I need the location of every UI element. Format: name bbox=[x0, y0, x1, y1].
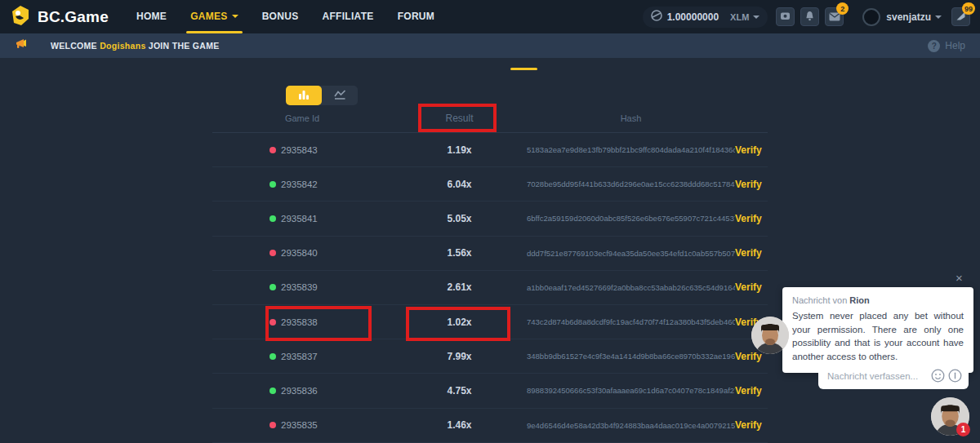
tab-bar-chart[interactable] bbox=[286, 86, 322, 105]
game-id-cell: 2935837 bbox=[212, 352, 392, 361]
megaphone-icon bbox=[15, 38, 29, 53]
chat-sender-avatar[interactable] bbox=[751, 317, 789, 354]
annotation-box-result-value bbox=[406, 307, 510, 341]
hash-value: 7028be95dd95f441b633d6d296e0ae15cc6238dd… bbox=[527, 179, 735, 188]
game-id-cell: 2935839 bbox=[212, 282, 392, 292]
verify-link[interactable]: Verify bbox=[735, 144, 768, 156]
green-status-dot-icon bbox=[270, 388, 276, 394]
game-id-cell: 2935836 bbox=[212, 386, 392, 396]
game-id-value: 2935836 bbox=[281, 386, 318, 396]
game-id-value: 2935839 bbox=[281, 282, 318, 292]
banner-text: WELCOME Dogishans JOIN THE GAME bbox=[51, 41, 220, 51]
verify-link[interactable]: Verify bbox=[735, 281, 768, 293]
vault-icon bbox=[780, 10, 791, 24]
nav-item-bonus[interactable]: BONUS bbox=[262, 0, 299, 33]
balance-display[interactable]: 1.00000000 XLM bbox=[643, 7, 768, 28]
game-id-value: 2935843 bbox=[281, 145, 318, 155]
chevron-down-icon bbox=[935, 16, 942, 19]
chat-message-input[interactable] bbox=[827, 371, 928, 381]
game-id-cell: 2935841 bbox=[212, 214, 392, 224]
verify-link[interactable]: Verify bbox=[735, 247, 768, 259]
trend-chart-icon bbox=[334, 88, 346, 103]
message-sender: Rion bbox=[849, 295, 869, 305]
banner-welcome: WELCOME bbox=[51, 41, 97, 51]
green-status-dot-icon bbox=[270, 284, 276, 290]
brand-name: BC.Game bbox=[38, 8, 109, 26]
game-id-value: 2935842 bbox=[281, 179, 318, 189]
result-value: 5.05x bbox=[392, 213, 527, 224]
hash-value: ddd7f521e87769103ecf94ea35da50ee354efd1c… bbox=[527, 249, 735, 258]
messages-button[interactable]: 2 bbox=[825, 7, 844, 26]
help-button[interactable]: ? Help bbox=[928, 40, 965, 52]
banner-join: JOIN THE GAME bbox=[149, 41, 220, 51]
chevron-down-icon bbox=[232, 15, 238, 18]
user-menu[interactable]: svenjatzu bbox=[862, 8, 942, 26]
verify-link[interactable]: Verify bbox=[735, 213, 768, 224]
banner-player-name: Dogishans bbox=[100, 41, 145, 51]
vault-button[interactable] bbox=[776, 7, 795, 26]
bar-chart-icon bbox=[298, 88, 310, 103]
emoji-icon[interactable] bbox=[931, 369, 945, 383]
nav-menu: HOMEGAMESBONUSAFFILIATEFORUM bbox=[136, 0, 458, 33]
result-value: 6.04x bbox=[392, 179, 527, 190]
green-status-dot-icon bbox=[270, 181, 276, 188]
hash-value: 6bffc2a59159d2060d0abc85f526e6be676e5590… bbox=[527, 214, 735, 223]
result-value: 7.99x bbox=[392, 351, 527, 362]
table-row: 29358377.99x348bb9db61527e4c9f3e4a1414d9… bbox=[212, 339, 768, 374]
result-value: 1.19x bbox=[392, 144, 527, 156]
game-id-value: 2935837 bbox=[281, 352, 318, 361]
tab-trend-chart[interactable] bbox=[322, 86, 358, 105]
green-status-dot-icon bbox=[270, 353, 276, 360]
table-row: 29358351.46x9e4d6546d4e58a42d3b4f924883b… bbox=[212, 409, 768, 443]
hash-value: a1bb0eaaf17ed4527669f2a0bba8cc53abab26c6… bbox=[527, 283, 735, 292]
game-history-table: Game Id Result Hash 29358431.19x5183a2ea… bbox=[212, 104, 768, 443]
chat-toggle-button[interactable]: 99 bbox=[951, 7, 970, 26]
bell-icon bbox=[804, 10, 815, 24]
welcome-banner: WELCOME Dogishans JOIN THE GAME ? Help bbox=[0, 33, 980, 58]
verify-link[interactable]: Verify bbox=[735, 419, 768, 431]
topbar-right: 1.00000000 XLM bbox=[643, 7, 970, 28]
nav-item-games[interactable]: GAMES bbox=[190, 0, 238, 33]
slider-indicator bbox=[510, 68, 537, 70]
game-id-cell: 2935840 bbox=[212, 248, 392, 258]
result-value: 1.46x bbox=[392, 419, 527, 431]
game-id-cell: 2935835 bbox=[212, 420, 392, 430]
nav-item-affiliate[interactable]: AFFILIATE bbox=[323, 0, 374, 33]
hash-value: 743c2d874b6d8a8dcdf9fc19acf4d70f74f12a38… bbox=[527, 317, 735, 326]
chat-unread-badge: 1 bbox=[956, 423, 970, 436]
nav-item-home[interactable]: HOME bbox=[136, 0, 167, 33]
currency-label: XLM bbox=[730, 12, 749, 22]
close-icon[interactable]: × bbox=[956, 272, 963, 284]
red-status-dot-icon bbox=[270, 147, 276, 153]
table-body: 29358431.19x5183a2ea7e9d8e13fb79bbf21bc9… bbox=[212, 133, 768, 443]
currency-selector[interactable]: XLM bbox=[730, 12, 760, 22]
verify-link[interactable]: Verify bbox=[735, 385, 768, 396]
info-icon[interactable] bbox=[948, 369, 962, 383]
hash-value: 348bb9db61527e4c9f3e4a1414d9b8ba66ce8970… bbox=[527, 352, 735, 361]
table-row: 29358426.04x7028be95dd95f441b633d6d296e0… bbox=[212, 167, 768, 202]
game-id-cell: 2935843 bbox=[212, 145, 392, 155]
chat-badge: 99 bbox=[962, 2, 975, 15]
hash-value: 5183a2ea7e9d8e13fb79bbf21bc9ffc804dada4a… bbox=[527, 145, 735, 154]
table-row: 29358415.05x6bffc2a59159d2060d0abc85f526… bbox=[212, 202, 768, 236]
main-content: Game Id Result Hash 29358431.19x5183a2ea… bbox=[0, 58, 980, 443]
nav-item-forum[interactable]: FORUM bbox=[398, 0, 435, 33]
brand-logo[interactable]: BC.Game bbox=[10, 5, 109, 29]
chevron-down-icon bbox=[753, 16, 760, 19]
verify-link[interactable]: Verify bbox=[735, 179, 768, 190]
question-icon: ? bbox=[928, 40, 940, 52]
hash-value: 8988392450666c53f30afaaaea69c1d6a7c0407e… bbox=[527, 386, 735, 395]
chat-message-text: System never placed any bet without your… bbox=[792, 309, 964, 364]
bc-game-logo-icon bbox=[10, 5, 31, 29]
game-id-value: 2935835 bbox=[281, 420, 318, 430]
table-row: 29358401.56xddd7f521e87769103ecf94ea35da… bbox=[212, 237, 768, 271]
game-id-value: 2935841 bbox=[281, 214, 318, 224]
help-label: Help bbox=[945, 40, 965, 51]
top-navbar: BC.Game HOMEGAMESBONUSAFFILIATEFORUM 1.0… bbox=[0, 0, 980, 33]
result-value: 1.56x bbox=[392, 247, 527, 259]
annotation-box-game-id bbox=[265, 306, 372, 341]
xlm-coin-icon bbox=[651, 10, 662, 24]
table-row: 29358364.75x8988392450666c53f30afaaaea69… bbox=[212, 374, 768, 408]
game-id-value: 2935840 bbox=[281, 248, 318, 258]
notifications-button[interactable] bbox=[800, 7, 819, 26]
